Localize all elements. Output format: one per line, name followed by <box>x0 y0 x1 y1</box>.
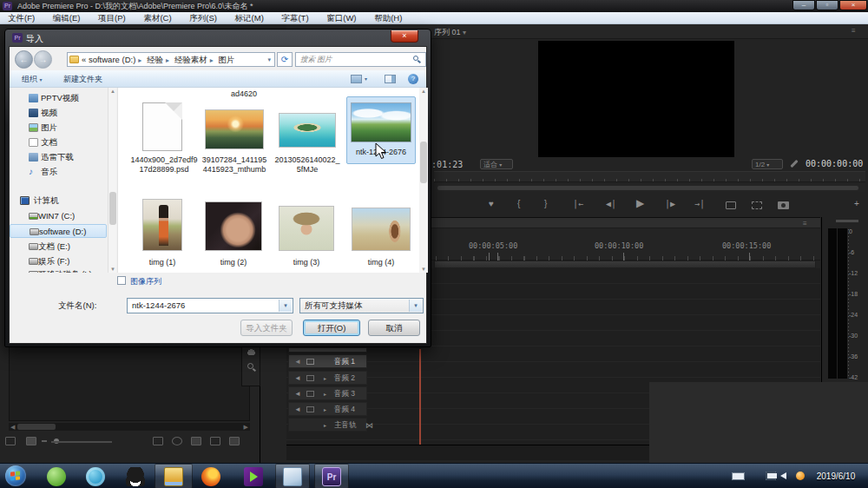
track-display-icon[interactable] <box>306 375 314 381</box>
menu-window[interactable]: 窗口(W) <box>319 12 364 24</box>
sidebar-item-drive-f[interactable]: 娱乐 (F:) <box>10 254 107 268</box>
import-folder-button[interactable]: 导入文件夹 <box>240 320 293 336</box>
menu-title[interactable]: 字幕(T) <box>273 12 316 24</box>
export-frame-icon[interactable] <box>778 201 789 209</box>
menu-file[interactable]: 文件(F) <box>0 12 43 24</box>
project-hscrollbar[interactable]: ◀ ▶ <box>9 423 250 431</box>
chevron-down-icon[interactable]: ▾ <box>279 300 292 312</box>
work-area-bar[interactable] <box>434 260 816 268</box>
filename-input[interactable]: ntk-1244-2676 ▾ <box>127 298 293 313</box>
image-sequence-checkbox[interactable] <box>117 276 126 285</box>
track-header-audio3[interactable]: ◄ ▸ 音频 3 <box>288 386 367 400</box>
minimize-button[interactable]: – <box>792 0 815 10</box>
potplayer-icon[interactable] <box>244 467 263 486</box>
breadcrumb-item[interactable]: 经验 <box>147 55 163 64</box>
scroll-up-icon[interactable]: ▲ <box>108 89 117 94</box>
icon-view-icon[interactable] <box>26 437 36 445</box>
add-marker-icon[interactable]: ♥ <box>489 199 494 208</box>
track-header-audio1[interactable]: ◄ 音频 1 <box>288 354 367 368</box>
track-display-icon[interactable] <box>306 391 314 397</box>
views-button-icon[interactable] <box>351 75 362 83</box>
maximize-button[interactable]: ▫ <box>816 0 838 10</box>
file-item-timg4[interactable]: timg (4) <box>351 199 411 270</box>
track-header-audio2[interactable]: ◄ ▸ 音频 2 <box>288 371 367 385</box>
track-header-audio4[interactable]: ◄ ▸ 音频 4 <box>288 402 367 416</box>
track-header-master[interactable]: ▸ 主音轨 ⋈ <box>288 418 367 432</box>
back-button[interactable]: ← <box>15 50 33 69</box>
fit-dropdown[interactable]: 适合 ▾ <box>480 159 513 169</box>
settings-wrench-icon[interactable] <box>790 160 798 168</box>
sidebar-item-drive-d-selected[interactable]: software (D:) <box>10 224 107 238</box>
go-to-in-icon[interactable]: |← <box>573 199 583 208</box>
file-item-timg2[interactable]: timg (2) <box>203 199 264 270</box>
step-back-icon[interactable]: ◀| <box>606 199 616 208</box>
speaker-icon[interactable]: ◄ <box>294 390 301 399</box>
preview-pane-icon[interactable] <box>385 75 396 83</box>
sidebar-item-drive-e[interactable]: 文档 (E:) <box>10 240 107 254</box>
views-dropdown-icon[interactable]: ▾ <box>365 70 367 88</box>
breadcrumb-item-drive[interactable]: software (D:) <box>89 55 135 64</box>
timeline-playhead[interactable] <box>419 349 421 445</box>
scroll-right-icon[interactable]: ▶ <box>244 423 248 431</box>
mark-out-icon[interactable]: } <box>544 199 547 208</box>
new-folder-button[interactable]: 新建文件夹 <box>63 70 102 88</box>
sidebar-item-pptv[interactable]: PPTV视频 <box>10 91 107 105</box>
file-item-timg1[interactable]: timg (1) <box>132 199 193 270</box>
start-button[interactable] <box>5 465 26 486</box>
zoom-out-icon[interactable] <box>42 440 47 442</box>
automate-sequence-icon[interactable] <box>153 437 163 445</box>
sidebar-item-videos[interactable]: 视频 <box>10 106 107 120</box>
search-input[interactable]: 搜索 图片 <box>295 52 426 67</box>
menu-edit[interactable]: 编辑(E) <box>45 12 89 24</box>
pptv-player-icon[interactable] <box>86 467 105 486</box>
go-to-out-icon[interactable]: →| <box>694 199 705 208</box>
zoom-slider[interactable] <box>51 441 112 443</box>
help-button[interactable]: ? <box>408 74 418 84</box>
find-icon[interactable] <box>172 437 182 445</box>
qq-icon[interactable] <box>126 467 145 486</box>
breadcrumb[interactable]: « software (D:)▸ 经验▸ 经验素材▸ 图片 ▾ <box>67 52 275 67</box>
forward-button[interactable]: → <box>34 50 52 69</box>
close-button[interactable]: × <box>839 0 867 10</box>
sidebar-item-thunder-downloads[interactable]: 迅雷下载 <box>10 150 107 164</box>
sidebar-scrollbar[interactable]: ▲ ▼ <box>108 88 116 273</box>
scroll-up-icon[interactable]: ▲ <box>419 89 428 94</box>
list-view-icon[interactable] <box>5 437 16 445</box>
browser-360-icon[interactable] <box>47 467 66 486</box>
dialog-close-button[interactable]: × <box>391 30 418 43</box>
new-item-icon[interactable] <box>210 437 220 445</box>
collapse-arrow-icon[interactable]: ▸ <box>324 421 326 430</box>
input-method-icon[interactable] <box>732 472 745 480</box>
menu-project[interactable]: 项目(P) <box>90 12 134 24</box>
filelist-scrollbar[interactable]: ▲ ▼ <box>419 88 428 273</box>
tab-sequence-01[interactable]: 序列 01 ▾ <box>434 27 466 38</box>
refresh-button[interactable]: ⟳ <box>277 52 293 67</box>
sidebar-item-pictures[interactable]: 图片 <box>10 121 107 135</box>
sidebar-item-music[interactable]: ♪音乐 <box>10 165 107 179</box>
monitor-scrollbar[interactable] <box>434 184 865 192</box>
file-explorer-icon[interactable] <box>164 467 183 486</box>
zoom-tool-icon[interactable] <box>247 363 253 369</box>
timeline-menu-icon[interactable]: ≡ <box>803 220 807 228</box>
firefox-icon[interactable] <box>201 467 220 486</box>
menu-sequence[interactable]: 序列(S) <box>181 12 225 24</box>
cancel-button[interactable]: 取消 <box>368 320 420 336</box>
action-center-icon[interactable] <box>796 472 805 480</box>
new-bin-icon[interactable] <box>191 437 201 445</box>
sidebar-item-documents[interactable]: 文档 <box>10 135 107 149</box>
sidebar-item-removable-i[interactable]: 可移动磁盘 (I:) <box>10 267 107 273</box>
hand-tool-icon[interactable] <box>247 348 255 355</box>
playback-resolution-dropdown[interactable]: 1/2 ▾ <box>752 159 783 169</box>
overwrite-icon[interactable] <box>752 201 762 209</box>
panel-menu-icon[interactable]: ≡ <box>852 27 856 35</box>
monitor-scrub-ruler[interactable] <box>434 171 865 182</box>
collapse-arrow-icon[interactable]: ▸ <box>324 374 326 383</box>
file-item-psd[interactable]: 1440x900_2d7edf917d28899.psd <box>130 100 198 200</box>
mark-in-icon[interactable]: { <box>517 199 520 208</box>
speaker-icon[interactable]: ◄ <box>294 374 301 383</box>
chevron-down-icon[interactable]: ▾ <box>409 300 422 312</box>
collapse-arrow-icon[interactable]: ▸ <box>324 390 326 399</box>
file-item-sunset[interactable]: 39107284_1411954415923_mthumb <box>201 100 267 200</box>
track-display-icon[interactable] <box>306 359 314 365</box>
breadcrumb-overflow[interactable]: « <box>82 55 86 64</box>
